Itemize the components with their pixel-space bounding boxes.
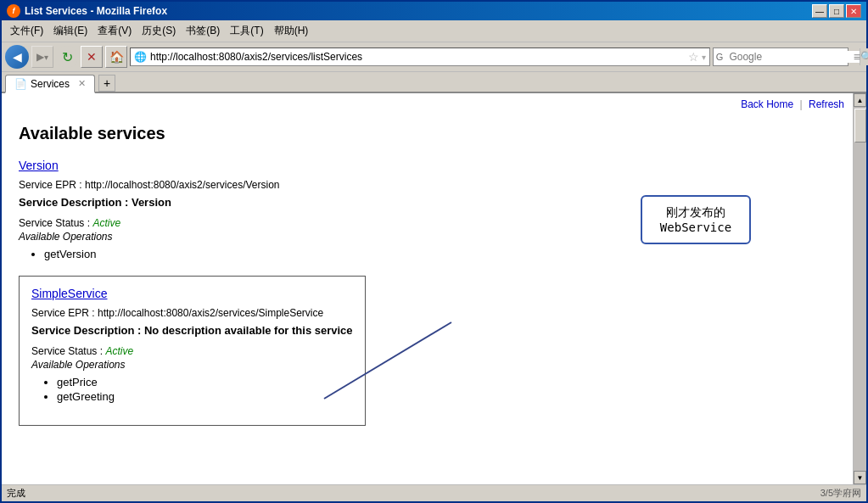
callout-line2: WebService (654, 221, 737, 234)
simpleservice-epr-url: http://localhost:8080/axis2/services/Sim… (98, 307, 323, 319)
title-bar: f List Services - Mozilla Firefox — □ ✕ (2, 2, 866, 20)
page-title: Available services (19, 124, 836, 143)
menu-history[interactable]: 历史(S) (137, 22, 181, 40)
minimize-button[interactable]: — (812, 4, 827, 18)
version-ops-list: getVersion (44, 248, 836, 260)
scrollbar-track[interactable] (854, 107, 866, 471)
bookmark-star-icon[interactable]: ☆ (686, 50, 702, 64)
address-icon: 🌐 (134, 51, 147, 63)
window-frame: f List Services - Mozilla Firefox — □ ✕ … (0, 0, 868, 503)
close-button[interactable]: ✕ (846, 4, 861, 18)
back-button[interactable]: ◀ (5, 45, 29, 69)
status-text: 完成 (7, 487, 820, 500)
main-content: Available services Version Service EPR :… (2, 115, 853, 443)
scrollbar-down-button[interactable]: ▼ (854, 471, 866, 484)
simpleservice-epr-label: Service EPR : (31, 307, 98, 319)
url-text[interactable]: http://localhost:8080/axis2/services/lis… (150, 51, 686, 63)
title-buttons: — □ ✕ (812, 4, 861, 18)
version-service-link[interactable]: Version (19, 159, 836, 172)
simpleservice-status-label: Service Status : (31, 345, 105, 357)
misc-icon: ≡ (851, 50, 863, 64)
tab-icon: 📄 (14, 78, 27, 90)
search-input[interactable] (725, 51, 860, 63)
stop-button[interactable]: ✕ (81, 46, 103, 68)
simpleservice-epr: Service EPR : http://localhost:8080/axis… (31, 307, 353, 319)
scrollbar-thumb[interactable] (854, 109, 866, 143)
search-bar: G 🔍 (713, 48, 848, 66)
tab-close-icon[interactable]: ✕ (78, 78, 86, 89)
home-button[interactable]: 🏠 (105, 46, 127, 68)
search-engine-icon: G (714, 52, 726, 62)
title-bar-left: f List Services - Mozilla Firefox (7, 4, 167, 18)
version-epr-url: http://localhost:8080/axis2/services/Ver… (85, 179, 279, 191)
simpleservice-ops-list: getPrice getGreeting (57, 376, 353, 403)
simpleservice-op-getgreeting: getGreeting (57, 390, 353, 403)
tab-label: Services (31, 78, 70, 90)
scrollbar: ▲ ▼ (853, 93, 866, 484)
maximize-button[interactable]: □ (829, 4, 844, 18)
version-epr: Service EPR : http://localhost:8080/axis… (19, 179, 836, 191)
tab-bar: 📄 Services ✕ + (2, 72, 866, 93)
menu-edit[interactable]: 编辑(E) (48, 22, 92, 40)
simpleservice-desc: Service Description : No description ava… (31, 324, 353, 337)
address-bar: 🌐 http://localhost:8080/axis2/services/l… (130, 48, 710, 66)
version-status-label: Service Status : (19, 217, 92, 229)
arrow-down-icon[interactable]: ▾ (702, 53, 706, 62)
menu-bar: 文件(F) 编辑(E) 查看(V) 历史(S) 书签(B) 工具(T) 帮助(H… (2, 20, 866, 42)
window-title: List Services - Mozilla Firefox (25, 5, 167, 17)
simpleservice-link[interactable]: SimpleService (31, 287, 353, 300)
version-status-value: Active (92, 217, 120, 229)
page-content: Back Home | Refresh Available services V… (2, 93, 853, 484)
reload-button[interactable]: ↻ (56, 46, 78, 68)
menu-bookmarks[interactable]: 书签(B) (181, 22, 225, 40)
callout-tooltip: 刚才发布的 WebService (641, 195, 751, 244)
tab-services[interactable]: 📄 Services ✕ (5, 75, 95, 93)
menu-tools[interactable]: 工具(T) (225, 22, 268, 40)
status-bar: 完成 3/5学府网 (2, 484, 866, 501)
refresh-link[interactable]: Refresh (809, 98, 844, 110)
version-op-getversion: getVersion (44, 248, 836, 260)
simpleservice-ops-label: Available Operations (31, 359, 353, 371)
scrollbar-up-button[interactable]: ▲ (854, 93, 866, 107)
service-simpleservice: SimpleService Service EPR : http://local… (19, 276, 366, 426)
back-home-link[interactable]: Back Home (741, 98, 793, 110)
forward-button[interactable]: ▶▾ (31, 46, 53, 68)
menu-help[interactable]: 帮助(H) (269, 22, 314, 40)
simpleservice-op-getprice: getPrice (57, 376, 353, 388)
simpleservice-status: Service Status : Active (31, 345, 353, 357)
page-toolbar: Back Home | Refresh (2, 93, 853, 115)
nav-bar: ◀ ▶▾ ↻ ✕ 🏠 🌐 http://localhost:8080/axis2… (2, 42, 866, 72)
menu-view[interactable]: 查看(V) (92, 22, 137, 40)
firefox-icon: f (7, 4, 20, 18)
callout-box: 刚才发布的 WebService (641, 195, 751, 244)
status-right-text: 3/5学府网 (820, 487, 861, 500)
callout-line1: 刚才发布的 (654, 205, 737, 221)
version-epr-label: Service EPR : (19, 179, 85, 191)
menu-file[interactable]: 文件(F) (5, 22, 48, 40)
simpleservice-status-value: Active (105, 345, 133, 357)
new-tab-button[interactable]: + (98, 75, 115, 92)
toolbar-separator: | (800, 98, 803, 110)
browser-content: Back Home | Refresh Available services V… (2, 93, 866, 484)
